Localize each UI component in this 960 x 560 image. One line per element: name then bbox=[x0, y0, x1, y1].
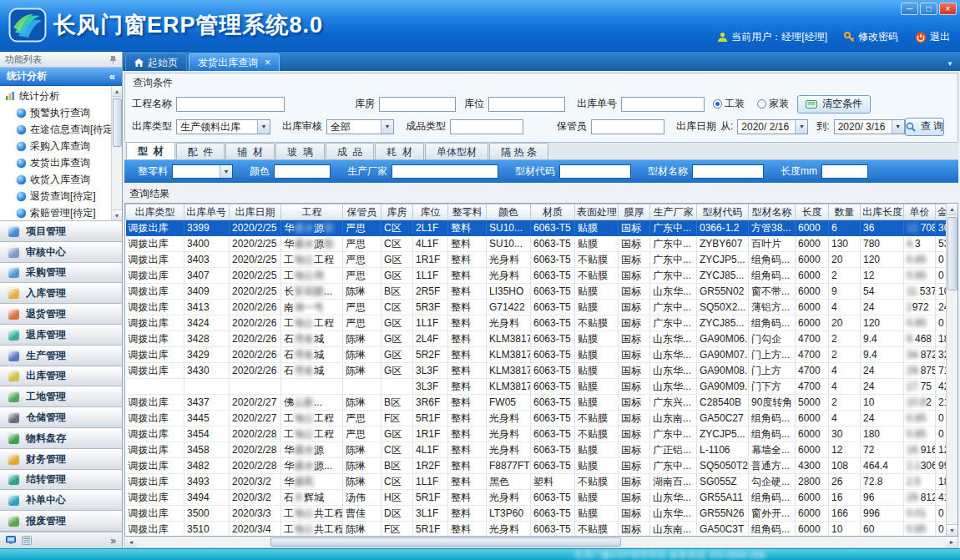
table-cell[interactable]: 5R3F bbox=[413, 300, 448, 315]
table-cell[interactable]: 2020/2/25 bbox=[230, 268, 281, 284]
table-row[interactable]: 调拨出库34452020/2/27工地公工程严思F区5R1F整料光身料6063-… bbox=[126, 411, 947, 426]
table-row[interactable]: 调拨出库34582020/2/28华盛水源陈琳C区4L1F整料光身料6063-T… bbox=[126, 442, 947, 458]
table-cell[interactable]: KLM3817 bbox=[487, 363, 531, 379]
table-cell[interactable]: 调拨出库 bbox=[126, 331, 184, 347]
table-cell[interactable]: 3L3F bbox=[413, 379, 448, 395]
table-cell[interactable]: 3424 bbox=[184, 315, 230, 331]
table-cell[interactable]: 12 bbox=[829, 442, 861, 458]
column-header-3[interactable]: 出库日期 bbox=[230, 204, 281, 220]
table-cell[interactable]: G区 bbox=[381, 252, 413, 268]
table-cell[interactable]: 6063-T5 bbox=[531, 395, 575, 411]
table-cell[interactable]: 贴膜 bbox=[575, 331, 619, 347]
table-cell[interactable]: 5R1F bbox=[413, 411, 448, 426]
table-cell[interactable]: 工地公工程 bbox=[281, 252, 343, 268]
table-cell[interactable]: 2020/3/4 bbox=[230, 522, 281, 537]
table-cell[interactable]: C区 bbox=[381, 300, 413, 315]
length-input[interactable] bbox=[821, 164, 868, 179]
table-cell[interactable]: GR55A11 bbox=[697, 490, 749, 506]
table-cell[interactable]: 国标 bbox=[619, 490, 650, 506]
table-cell[interactable]: 广东中... bbox=[650, 220, 697, 236]
table-cell[interactable]: 0 bbox=[936, 315, 947, 331]
table-cell[interactable]: KLM3817 bbox=[487, 331, 531, 347]
table-cell[interactable]: 陈琳 bbox=[343, 458, 381, 474]
material-tab-4[interactable]: 玻 璃 bbox=[275, 143, 325, 159]
table-cell[interactable]: 24 bbox=[861, 363, 904, 379]
table-cell[interactable]: 工地公工程 bbox=[281, 315, 343, 331]
tree-item-5[interactable]: 收货入库查询 bbox=[0, 171, 122, 188]
table-cell[interactable]: 严思 bbox=[343, 411, 381, 426]
table-cell[interactable]: 2020/2/28 bbox=[230, 442, 281, 458]
table-row[interactable]: 调拨出库34822020/2/28华盛水源...陈琳B区1R2F整料F8877F… bbox=[126, 458, 947, 474]
hscroll-thumb[interactable] bbox=[270, 537, 621, 547]
accordion-item-8[interactable]: 出库管理 bbox=[0, 366, 122, 387]
column-header-6[interactable]: 库房 bbox=[381, 204, 413, 220]
keeper-input[interactable] bbox=[591, 119, 664, 134]
table-cell[interactable]: 勾企硬... bbox=[749, 474, 796, 490]
table-cell[interactable]: 华盛水源 bbox=[281, 442, 343, 458]
table-cell[interactable]: 调拨出库 bbox=[126, 522, 184, 537]
table-cell[interactable]: 不贴膜 bbox=[575, 474, 619, 490]
table-cell[interactable]: 广东中... bbox=[650, 268, 697, 284]
order-no-input[interactable] bbox=[621, 97, 705, 112]
table-cell[interactable]: 光身料 bbox=[487, 490, 531, 506]
table-cell[interactable]: 5R1F bbox=[413, 490, 448, 506]
table-cell[interactable]: 整料 bbox=[448, 284, 487, 300]
table-cell[interactable]: 9.4 bbox=[861, 347, 904, 363]
table-cell[interactable]: 0 bbox=[936, 268, 947, 284]
table-cell[interactable]: 贴膜 bbox=[575, 506, 619, 522]
table-cell[interactable]: 6063-T5 bbox=[531, 490, 575, 506]
table-cell[interactable]: 6063-T5 bbox=[531, 315, 575, 331]
table-cell[interactable]: 3R6F bbox=[413, 395, 448, 411]
table-cell[interactable]: 窗不带... bbox=[749, 284, 796, 300]
table-cell[interactable]: C区 bbox=[381, 236, 413, 252]
table-cell[interactable]: 严思 bbox=[343, 300, 381, 315]
table-cell[interactable]: GA50C3T bbox=[697, 522, 749, 537]
table-cell[interactable]: 调拨出库 bbox=[126, 268, 184, 284]
table-cell[interactable]: C区 bbox=[381, 474, 413, 490]
table-cell[interactable]: 山东华... bbox=[650, 331, 697, 347]
table-cell[interactable]: 国标 bbox=[619, 442, 650, 458]
table-cell[interactable]: 组角码... bbox=[749, 490, 796, 506]
table-cell[interactable]: 工地公共工程 bbox=[281, 506, 343, 522]
table-cell[interactable]: 9.4 bbox=[861, 331, 904, 347]
table-cell[interactable]: 6063-T5 bbox=[531, 522, 575, 537]
table-cell[interactable]: 窗外开... bbox=[749, 506, 796, 522]
table-cell[interactable]: 780 bbox=[861, 236, 904, 252]
table-cell[interactable]: 石大辉城 bbox=[281, 490, 343, 506]
table-cell[interactable]: 普通方... bbox=[749, 458, 796, 474]
table-cell[interactable]: 6000 bbox=[796, 220, 829, 236]
table-cell[interactable]: 整料 bbox=[448, 522, 487, 537]
table-cell[interactable]: 6063-T5 bbox=[531, 363, 575, 379]
table-cell[interactable]: 整料 bbox=[448, 490, 487, 506]
table-cell[interactable]: 2 bbox=[829, 268, 861, 284]
table-cell[interactable]: 60 bbox=[861, 522, 904, 537]
table-cell[interactable]: 30 bbox=[829, 426, 861, 442]
table-row[interactable]: 调拨出库34372020/2/27佛山新...陈琳B区3R6F整料FW05606… bbox=[126, 395, 947, 411]
table-cell[interactable]: 2.1306 bbox=[904, 458, 936, 474]
table-cell[interactable]: 组角码... bbox=[749, 426, 796, 442]
table-cell[interactable]: 16 bbox=[829, 490, 861, 506]
table-cell[interactable]: F8877FT bbox=[487, 458, 531, 474]
table-cell[interactable]: 1L1F bbox=[413, 474, 448, 490]
accordion-item-6[interactable]: 退库管理 bbox=[0, 325, 122, 346]
table-cell[interactable] bbox=[126, 379, 184, 395]
table-cell[interactable]: GR55N26 bbox=[697, 506, 749, 522]
table-cell[interactable]: 整料 bbox=[448, 220, 487, 236]
tree-scrollbar[interactable]: ▲ ▼ bbox=[111, 86, 122, 220]
table-cell[interactable]: 120 bbox=[861, 315, 904, 331]
table-cell[interactable]: 3482 bbox=[184, 458, 230, 474]
table-cell[interactable]: GA90M07... bbox=[697, 347, 749, 363]
table-cell[interactable]: 山东南... bbox=[650, 522, 697, 537]
table-cell[interactable]: 6063-T5 bbox=[531, 284, 575, 300]
table-cell[interactable]: ZYCJP5... bbox=[697, 252, 749, 268]
tab-list-caret-icon[interactable]: ▼ bbox=[947, 60, 953, 68]
table-cell[interactable]: F区 bbox=[381, 411, 413, 426]
table-cell[interactable]: 29.812 bbox=[904, 490, 936, 506]
audit-select[interactable]: 全部 ▼ bbox=[326, 119, 394, 134]
table-cell[interactable]: 佛山新... bbox=[281, 395, 343, 411]
table-cell[interactable]: 26 bbox=[829, 474, 861, 490]
table-cell[interactable]: 2020/3/2 bbox=[230, 490, 281, 506]
table-cell[interactable]: H区 bbox=[381, 490, 413, 506]
table-cell[interactable]: 4300 bbox=[796, 458, 829, 474]
material-tab-7[interactable]: 单体型材 bbox=[425, 143, 488, 159]
